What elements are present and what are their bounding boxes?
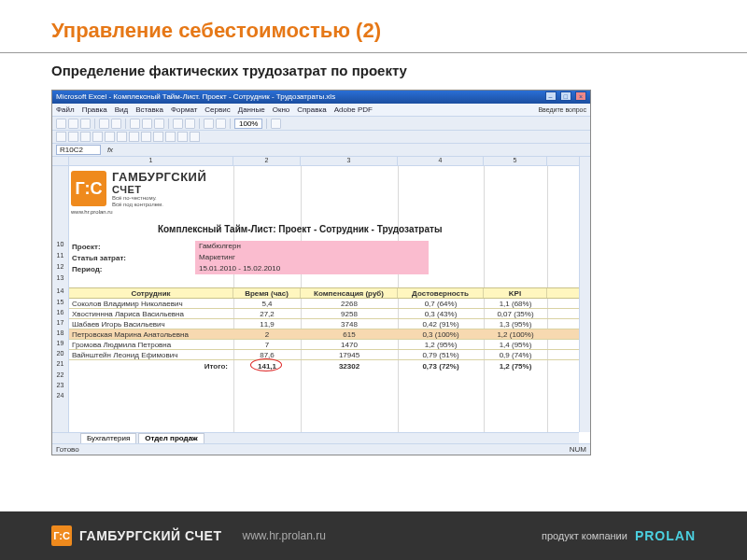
- copy-icon[interactable]: [142, 119, 152, 129]
- window-titlebar: Microsoft Excel - Комплексный Тайм-Лист.…: [52, 91, 590, 104]
- border-icon[interactable]: [117, 132, 127, 142]
- minimize-button[interactable]: –: [545, 91, 557, 101]
- value-period: 15.01.2010 - 15.02.2010: [195, 263, 429, 274]
- slide-footer: Г:С ГАМБУРГСКИЙ СЧЕТ www.hr.prolan.ru пр…: [0, 511, 747, 560]
- toolbar-secondary: [52, 131, 590, 144]
- label-period: Период:: [69, 265, 195, 273]
- name-box-row: R10C2 fx: [52, 144, 590, 157]
- footer-product-of: продукт компании: [542, 530, 627, 541]
- menu-item[interactable]: Правка: [82, 105, 107, 114]
- paste-icon[interactable]: [154, 119, 164, 129]
- vertical-scrollbar[interactable]: [579, 157, 590, 432]
- help-search[interactable]: Введите вопрос: [538, 106, 586, 113]
- menu-item[interactable]: Вставка: [135, 105, 163, 114]
- cells-area[interactable]: Г:С ГАМБУРГСКИЙ СЧЕТ Всё по-честному. Вс…: [69, 166, 579, 432]
- col-compensation: Компенсация (руб): [301, 288, 398, 298]
- col-employee: Сотрудник: [69, 288, 233, 298]
- menu-item[interactable]: Окно: [273, 105, 290, 114]
- zoom-box[interactable]: 100%: [234, 119, 262, 129]
- menu-item[interactable]: Формат: [171, 105, 197, 114]
- menu-item[interactable]: Данные: [238, 105, 265, 114]
- menu-item[interactable]: Сервис: [204, 105, 230, 114]
- label-project: Проект:: [69, 243, 195, 251]
- menu-item[interactable]: Вид: [115, 105, 128, 114]
- percent-icon[interactable]: [190, 132, 200, 142]
- currency-icon[interactable]: [177, 132, 188, 142]
- undo-icon[interactable]: [173, 119, 183, 129]
- open-icon[interactable]: [68, 119, 78, 129]
- align-icon[interactable]: [153, 132, 163, 142]
- sheet-tab[interactable]: Бухгалтерия: [80, 433, 136, 443]
- name-box[interactable]: R10C2: [56, 145, 101, 155]
- row-headers: 10 11 12 13 14 15 16 17 18 19 20 21 22 2…: [52, 166, 69, 432]
- sort-icon[interactable]: [216, 119, 226, 129]
- menu-item[interactable]: Adobe PDF: [334, 105, 373, 114]
- close-button[interactable]: ×: [575, 91, 586, 101]
- menu-item[interactable]: Справка: [297, 105, 326, 114]
- pivot-icon[interactable]: [56, 132, 66, 142]
- window-title: Microsoft Excel - Комплексный Тайм-Лист.…: [56, 91, 335, 104]
- menu-item[interactable]: Файл: [56, 105, 75, 114]
- print-icon[interactable]: [99, 119, 109, 129]
- cut-icon[interactable]: [130, 119, 140, 129]
- table-row[interactable]: Вайнштейн Леонид Ефимович 87,6 17945 0,7…: [69, 350, 579, 360]
- slide-title: Управление себестоимостью (2): [0, 0, 747, 47]
- value-project: Гамбюлгерн: [195, 241, 429, 252]
- col-reliability: Достоверность: [398, 288, 484, 298]
- maximize-button[interactable]: □: [560, 91, 571, 101]
- col-time: Время (час): [233, 288, 301, 298]
- fx-icon[interactable]: fx: [105, 146, 116, 154]
- slide-subtitle: Определение фактических трудозатрат по п…: [0, 63, 747, 86]
- help-icon[interactable]: [271, 119, 281, 129]
- table-row[interactable]: Соколов Владимир Николаевич 5,4 2268 0,7…: [69, 299, 579, 309]
- screenshot-excel: Microsoft Excel - Комплексный Тайм-Лист.…: [51, 90, 591, 455]
- redo-icon[interactable]: [185, 119, 195, 129]
- toolbar-main: 100%: [52, 117, 590, 131]
- save-icon[interactable]: [80, 119, 91, 129]
- logo-url: www.hr.prolan.ru: [71, 209, 113, 215]
- status-num: NUM: [570, 445, 586, 454]
- logo-mark: Г:С: [71, 171, 106, 206]
- document-title: Комплексный Тайм-Лист: Проект - Сотрудни…: [158, 224, 442, 234]
- sheet-tab-active[interactable]: Отдел продаж: [138, 433, 204, 443]
- footer-url: www.hr.prolan.ru: [243, 529, 326, 542]
- new-icon[interactable]: [56, 119, 66, 129]
- sum-icon[interactable]: [204, 119, 214, 129]
- label-cost-item: Статья затрат:: [69, 254, 195, 262]
- table-icon[interactable]: [92, 132, 103, 142]
- filter-icon[interactable]: [80, 132, 91, 142]
- footer-logo-icon: Г:С: [51, 525, 72, 546]
- table-row[interactable]: Хвостиннна Лариса Васильевна 27,2 9258 0…: [69, 309, 579, 319]
- col-kpi: KPI: [484, 288, 547, 298]
- font-icon[interactable]: [141, 132, 151, 142]
- column-headers: 1 2 3 4 5: [52, 157, 590, 166]
- logo: Г:С ГАМБУРГСКИЙ СЧЕТ Всё по-честному. Вс…: [71, 170, 206, 207]
- table-row[interactable]: Громова Людмила Петровна 7 1470 1,2 (95%…: [69, 340, 579, 350]
- menu-bar: Файл Правка Вид Вставка Формат Сервис Да…: [52, 104, 590, 117]
- status-bar: Готово NUM: [52, 443, 590, 455]
- table-row[interactable]: Шабаев Игорь Васильевич 11,9 3748 0,42 (…: [69, 319, 579, 329]
- value-cost-item: Маркетинг: [195, 252, 429, 263]
- divider: [0, 52, 747, 53]
- merge-icon[interactable]: [165, 132, 176, 142]
- fill-icon[interactable]: [129, 132, 139, 142]
- footer-brand: ГАМБУРГСКИЙ СЧЕТ: [79, 528, 222, 543]
- footer-company: PROLAN: [635, 528, 696, 543]
- total-row: Итого: 141,1 32302 0,73 (72%) 1,2 (75%): [69, 360, 579, 371]
- chart-icon[interactable]: [68, 132, 78, 142]
- preview-icon[interactable]: [111, 119, 121, 129]
- worksheet[interactable]: 1 2 3 4 5 10 11 12 13 14 15 16 17 18: [52, 157, 590, 443]
- status-text: Готово: [56, 445, 79, 454]
- format-icon[interactable]: [105, 132, 115, 142]
- sheet-tabs: Бухгалтерия Отдел продаж: [52, 432, 579, 443]
- table-row-selected[interactable]: Петровская Марина Анатольевна 2 615 0,3 …: [69, 329, 579, 340]
